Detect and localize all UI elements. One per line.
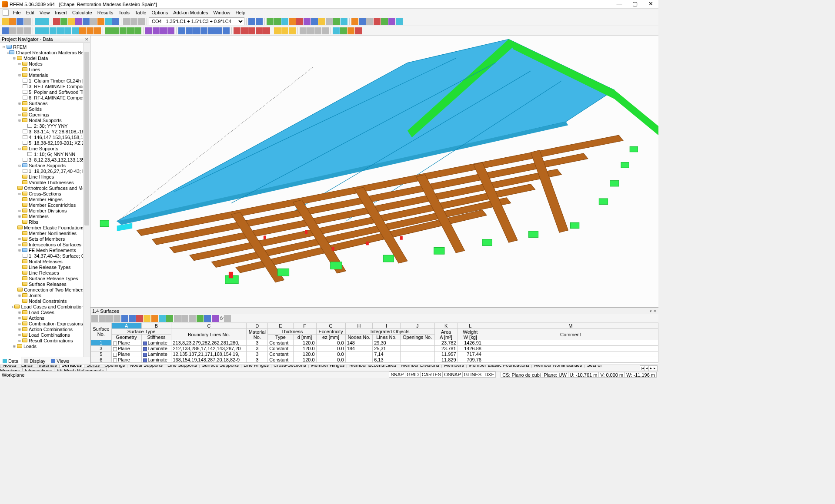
ssupport-icon[interactable] <box>94 27 101 34</box>
col-comment[interactable]: Comment <box>483 329 658 340</box>
col-integrated[interactable]: Integrated Objects <box>345 329 434 335</box>
bottom-tab-member-elastic-foundations[interactable]: Member Elastic Foundations <box>466 365 532 368</box>
bottom-tab-fe-mesh-refinements[interactable]: FE Mesh Refinements <box>54 368 107 371</box>
mirror-icon[interactable] <box>24 27 31 34</box>
temp-icon[interactable] <box>134 27 141 34</box>
tree-item-5[interactable]: 5: Poplar and Softwood Timbe <box>0 89 83 95</box>
next-lc-icon[interactable] <box>256 18 263 25</box>
tbl-fx-icon[interactable] <box>212 315 219 322</box>
tbl-select-icon[interactable] <box>151 315 158 322</box>
bottom-tab-solids[interactable]: Solids <box>84 365 102 368</box>
zoom-ext-icon[interactable] <box>178 27 185 34</box>
section-icon[interactable] <box>311 18 318 25</box>
col-stiffness[interactable]: Stiffness <box>141 335 171 340</box>
gen-icon[interactable] <box>355 27 362 34</box>
tbl-new-icon[interactable] <box>121 315 128 322</box>
find-icon[interactable] <box>105 18 112 25</box>
scale-icon[interactable] <box>341 18 347 25</box>
tree-item-20[interactable]: Line Hinges <box>0 174 83 179</box>
axes-icon[interactable] <box>307 27 314 34</box>
col-ecc[interactable]: Eccentricity <box>316 329 345 335</box>
node-icon[interactable] <box>35 27 42 34</box>
plaus-icon[interactable] <box>347 27 354 34</box>
tree-item-22[interactable]: Orthotropic Surfaces and Membra <box>0 185 83 191</box>
col-letter-a[interactable]: A <box>111 323 141 329</box>
tree-item-8[interactable]: Solids <box>0 106 83 112</box>
tree-load-item-0[interactable]: ⊞Load Cases <box>0 309 83 315</box>
col-geometry[interactable]: Geometry <box>111 335 141 340</box>
col-letter-i[interactable]: I <box>373 323 401 329</box>
tree-item-15[interactable]: ⊟Line Supports <box>0 146 83 151</box>
contour-icon[interactable] <box>304 18 311 25</box>
show-supp-icon[interactable] <box>263 27 270 34</box>
tree-item-19[interactable]: 1: 19,20,26,27,37,40-43; EEE YY; <box>0 168 83 174</box>
col-letter-d[interactable]: D <box>247 323 268 329</box>
col-thickness[interactable]: Thickness <box>268 329 316 335</box>
tree-item-33[interactable]: ⊟FE Mesh Refinements <box>0 247 83 253</box>
save-icon[interactable] <box>17 18 23 25</box>
col-letter-k[interactable]: K <box>434 323 458 329</box>
status-toggle-cartes[interactable]: CARTES <box>420 371 443 378</box>
col-surface-type[interactable]: Surface Type <box>111 329 171 335</box>
col-letter-j[interactable]: J <box>400 323 434 329</box>
tree-item-39[interactable]: Surface Releases <box>0 281 83 287</box>
col-letter-b[interactable]: B <box>141 323 171 329</box>
print-icon[interactable] <box>24 18 31 25</box>
tab-nav-last[interactable]: ▸| <box>653 365 658 371</box>
menu-window[interactable]: Window <box>210 10 233 15</box>
redo-icon[interactable] <box>42 18 49 25</box>
move-icon[interactable] <box>9 27 16 34</box>
tbl-export-icon[interactable] <box>204 315 211 322</box>
bottom-tab-intersections[interactable]: Intersections <box>22 368 54 371</box>
bottom-tab-cross-sections[interactable]: Cross-Sections <box>271 365 309 368</box>
bottom-tab-openings[interactable]: Openings <box>102 365 127 368</box>
tree-item-42[interactable]: Nodal Constraints <box>0 298 83 304</box>
deform-icon[interactable] <box>267 18 274 25</box>
wireframe-icon[interactable] <box>123 18 130 25</box>
menu-file[interactable]: File <box>10 10 23 15</box>
bottom-tab-member-nonlinearities[interactable]: Member Nonlinearities <box>531 365 584 368</box>
tree-item-29[interactable]: Member Elastic Foundations <box>0 225 83 230</box>
tbl-find-icon[interactable] <box>166 315 173 322</box>
check-icon[interactable] <box>340 27 347 34</box>
support-icon[interactable] <box>318 18 325 25</box>
tree-item-32[interactable]: ⊞Intersections of Surfaces <box>0 242 83 247</box>
col-lines[interactable]: Lines No. <box>373 335 401 340</box>
tree-item-2[interactable]: ⊟Materials <box>0 72 83 78</box>
col-openings[interactable]: Openings No. <box>400 335 434 340</box>
help-icon[interactable] <box>396 18 403 25</box>
col-letter-l[interactable]: L <box>458 323 483 329</box>
menu-insert[interactable]: Insert <box>52 10 70 15</box>
tbl-excel-icon[interactable] <box>197 315 204 322</box>
viewport-3d[interactable] <box>90 36 658 307</box>
xls-icon[interactable] <box>374 18 381 25</box>
legend-icon[interactable] <box>333 18 340 25</box>
tree-item-21[interactable]: Variable Thicknesses <box>0 179 83 185</box>
tree-item-34[interactable]: 1: 34,37,40-43; Surface; 0.005 <box>0 253 83 259</box>
comment-icon[interactable] <box>333 27 340 34</box>
bottom-tab-surfaces[interactable]: Surfaces <box>59 365 84 368</box>
menu-add-on-modules[interactable]: Add-on Modules <box>170 10 210 15</box>
maximize-button[interactable]: ▢ <box>629 1 641 8</box>
close-button[interactable]: ✕ <box>645 1 657 8</box>
visibility-icon[interactable] <box>281 27 288 34</box>
calc-icon[interactable] <box>53 18 60 25</box>
number-icon[interactable] <box>300 27 307 34</box>
snap-icon[interactable] <box>97 18 104 25</box>
tbl-paste-icon[interactable] <box>181 315 188 322</box>
top-view-icon[interactable] <box>215 27 222 34</box>
tool-icon[interactable] <box>68 18 75 25</box>
tree-load-item-2[interactable]: ⊞Combination Expressions <box>0 321 83 326</box>
solid-icon[interactable] <box>130 18 137 25</box>
new-icon[interactable] <box>2 18 9 25</box>
menu-calculate[interactable]: Calculate <box>70 10 95 15</box>
col-type[interactable]: Type <box>268 335 293 340</box>
tree-item-10[interactable]: ⊟Nodal Supports <box>0 117 83 123</box>
table-row[interactable]: 1PlaneLaminate213,8,23,279,282,262,281,2… <box>91 340 658 346</box>
tree-item-1[interactable]: Lines <box>0 66 83 72</box>
hinge-icon[interactable] <box>153 27 160 34</box>
tbl-next-icon[interactable] <box>106 315 113 322</box>
stress-icon[interactable] <box>296 18 303 25</box>
guide-icon[interactable] <box>314 27 321 34</box>
show-nodes-icon[interactable] <box>234 27 240 34</box>
